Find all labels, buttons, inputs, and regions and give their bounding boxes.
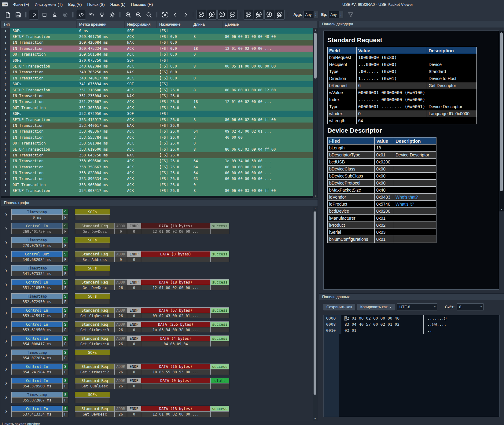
table-row[interactable]: ❯SETUP Transaction340.682084 msACK[FS] 0… (1, 63, 318, 69)
menu-item-3[interactable]: Поиск (S) (85, 1, 108, 8)
row-expand-chevron-icon[interactable]: ❯ (1, 170, 10, 176)
graph-row[interactable]: ❯Control InS537.413334 msFStandard ReqAD… (1, 406, 318, 417)
graph-row[interactable]: ❯TimestampS354.072834 msFSOFs (1, 350, 318, 361)
table-row[interactable]: ❯IN Transaction340.748417 msACK[FS] 0.00 (1, 75, 318, 81)
table-row[interactable]: ❯IN Transaction353.690500 msACK[FS] 26.0… (1, 158, 318, 164)
table-row[interactable]: ❯IN Transaction269.426084 msNAK[FS] 0.0 (1, 40, 318, 46)
row-expand-chevron-icon[interactable]: ❯ (1, 176, 10, 182)
row-expand-chevron-icon[interactable]: ❯ (1, 307, 11, 318)
row-expand-chevron-icon[interactable]: ❯ (1, 57, 10, 63)
filter-stall-icon[interactable] (228, 10, 237, 20)
table-row[interactable]: ❯SETUP Transaction353.415917 msACK[FS] 2… (1, 117, 318, 123)
row-expand-chevron-icon[interactable]: ❯ (1, 279, 11, 290)
chevron-left-icon[interactable] (170, 10, 180, 20)
chevron-right-icon[interactable] (181, 10, 190, 20)
row-expand-chevron-icon[interactable]: ❯ (1, 69, 10, 75)
table-row[interactable]: ❯SETUP Transaction354.008417 msACK[FS] 2… (1, 188, 318, 194)
hex-dump[interactable]: 000012 01 00 02 00 00 00 40.......@00088… (323, 315, 500, 417)
table-row[interactable]: ❯IN Transaction269.475334 msACK[FS] 0.01… (1, 46, 318, 51)
new-file-icon[interactable] (3, 10, 13, 20)
filter-nak-icon[interactable] (207, 10, 217, 20)
ep-filter-spinbox[interactable]: Any ▲▼ (329, 11, 343, 18)
table-row[interactable]: ❯SOFs270.075750 msSOF[FS] (1, 57, 318, 63)
settings-gear-icon[interactable] (107, 10, 117, 20)
row-expand-chevron-icon[interactable]: ❯ (1, 129, 10, 134)
graph-row[interactable]: ❯TimestampS270.075750 msFSOFs (1, 237, 318, 248)
graph-row[interactable]: ❯TimestampS341.073334 msFSOFs (1, 265, 318, 276)
zoom-out-icon[interactable] (134, 10, 143, 20)
row-expand-chevron-icon[interactable]: ❯ (1, 81, 10, 87)
table-row[interactable]: ❯OUT Transaction351.305334 msACK[FS] 26.… (1, 105, 318, 111)
table-row[interactable]: ❯IN Transaction353.896334 msACK[FS] 26.0… (1, 176, 318, 182)
menu-item-5[interactable]: Помощь (H) (128, 1, 156, 8)
record-icon[interactable] (60, 10, 70, 20)
row-expand-chevron-icon[interactable]: ❯ (1, 46, 10, 51)
scroll-up-icon[interactable]: ▲ (313, 28, 318, 32)
row-expand-chevron-icon[interactable]: ❯ (1, 251, 11, 262)
count-spinner[interactable]: 8 ▼ (457, 303, 484, 310)
scroll-down-icon[interactable]: ▼ (313, 194, 318, 198)
table-row[interactable]: ❯IN Transaction340.705250 msNAK[FS] 0.0 (1, 69, 318, 75)
graph-row[interactable]: ❯Control InS354.008417 msFStandard ReqAD… (1, 335, 318, 346)
table-row[interactable]: ❯IN Transaction353.758667 msACK[FS] 26.0… (1, 164, 318, 170)
column-header-5[interactable]: Данные (223, 21, 318, 28)
row-expand-chevron-icon[interactable]: ❯ (1, 117, 10, 123)
table-row[interactable]: ❯SETUP Transaction351.210500 msACK[FS] 2… (1, 87, 318, 93)
descriptor-link[interactable]: What's it? (395, 202, 414, 207)
table-row[interactable]: ❯OUT Transaction353.966000 msACK[FS] 26.… (1, 182, 318, 188)
table-row[interactable]: ❯OUT Transaction353.581084 msACK[FS] 26.… (1, 140, 318, 146)
row-expand-chevron-icon[interactable]: ❯ (1, 146, 10, 152)
column-header-4[interactable]: Длина (191, 21, 223, 28)
table-row[interactable]: ❯SETUP Transaction269.401750 msACK[FS] 0… (1, 34, 318, 39)
scroll-up-icon[interactable]: ▲ (313, 207, 317, 211)
table-row[interactable]: ❯SETUP Transaction353.619500 msACK[FS] 2… (1, 146, 318, 152)
table-row[interactable]: ❯IN Transaction351.279667 msACK[FS] 26.0… (1, 99, 318, 105)
row-expand-chevron-icon[interactable]: ❯ (1, 265, 11, 276)
row-expand-chevron-icon[interactable]: ❯ (1, 188, 10, 194)
table-row[interactable]: ❯IN Transaction353.643750 msNAK[FS] 26.0 (1, 152, 318, 158)
row-expand-chevron-icon[interactable]: ❯ (1, 87, 10, 93)
graph-row[interactable]: ❯TimestampS355.072867 msFSOFs (1, 392, 318, 403)
table-row[interactable]: ❯IN Transaction353.440617 msNAK[FS] 26.0 (1, 123, 318, 128)
copy-as-button[interactable]: Копировать как▼ (357, 304, 395, 310)
clear-icon[interactable] (50, 10, 60, 20)
spinner-arrows-icon[interactable]: ▲▼ (339, 11, 343, 18)
row-expand-chevron-icon[interactable]: ❯ (1, 140, 10, 146)
row-expand-chevron-icon[interactable]: ❯ (1, 164, 10, 170)
row-expand-chevron-icon[interactable]: ❯ (1, 63, 10, 69)
column-header-3[interactable]: Назначение (157, 21, 191, 28)
row-expand-chevron-icon[interactable]: ❯ (1, 105, 10, 111)
row-expand-chevron-icon[interactable]: ❯ (1, 406, 11, 417)
zoom-in-icon[interactable] (123, 10, 133, 20)
row-expand-chevron-icon[interactable]: ❯ (1, 34, 10, 39)
bulb-icon[interactable] (97, 10, 107, 20)
row-expand-chevron-icon[interactable]: ❯ (1, 378, 11, 389)
capture-view-icon[interactable] (160, 10, 170, 20)
filter-error-icon[interactable] (217, 10, 227, 20)
graph-row[interactable]: ❯Control InS353.619500 msFStandard ReqAD… (1, 321, 318, 332)
addr-filter-spinbox[interactable]: Any ▲▼ (304, 11, 318, 18)
menu-item-0[interactable]: Файл (F) (10, 1, 32, 8)
row-expand-chevron-icon[interactable]: ❯ (1, 99, 10, 105)
row-expand-chevron-icon[interactable]: ❯ (1, 134, 10, 140)
code-icon[interactable] (76, 10, 86, 20)
table-row[interactable]: ❯SOFs0 nsSOF[FS] (1, 28, 318, 34)
row-expand-chevron-icon[interactable]: ❯ (1, 111, 10, 116)
packet-table-scrollbar[interactable]: ▲ ▼ (313, 28, 318, 198)
column-header-2[interactable]: Информация (125, 21, 157, 28)
decoder-scrollbar[interactable]: ▼ (499, 31, 504, 211)
graph-row[interactable]: ❯Control InS269.401750 msFStandard ReqAD… (1, 223, 318, 234)
row-expand-chevron-icon[interactable]: ❯ (1, 223, 11, 234)
scroll-down-icon[interactable]: ▼ (499, 207, 504, 211)
graph-row[interactable]: ❯Control OutS340.682084 msFStandard ReqA… (1, 251, 318, 262)
graph-row[interactable]: ❯TimestampS352.072950 msFSOFs (1, 293, 318, 304)
row-expand-chevron-icon[interactable]: ❯ (1, 182, 10, 188)
table-row[interactable]: ❯IN Transaction353.828084 msACK[FS] 26.0… (1, 170, 318, 176)
filter-ack-icon[interactable] (197, 10, 206, 20)
row-expand-chevron-icon[interactable]: ❯ (1, 52, 10, 57)
row-expand-chevron-icon[interactable]: ❯ (1, 123, 10, 128)
row-expand-chevron-icon[interactable]: ❯ (1, 28, 10, 34)
graph-row[interactable]: ❯TimestampS0 nsFSOFs (1, 209, 318, 220)
row-expand-chevron-icon[interactable]: ❯ (1, 237, 11, 248)
column-header-1[interactable]: Метка времени (77, 21, 125, 28)
